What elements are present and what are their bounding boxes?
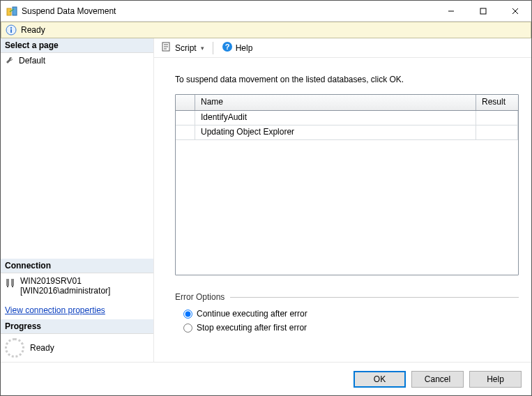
main-content: To suspend data movement on the listed d… <box>154 58 531 362</box>
svg-rect-11 <box>7 286 8 287</box>
radio-stop[interactable]: Stop executing after first error <box>183 323 516 333</box>
svg-text:?: ? <box>225 43 229 51</box>
window-title: Suspend Data Movement <box>22 6 435 16</box>
chevron-down-icon[interactable]: ▾ <box>201 45 204 52</box>
fieldset-divider <box>230 297 519 298</box>
grid-header: Name Result <box>176 95 518 111</box>
help-button[interactable]: Help <box>469 371 522 388</box>
server-name: WIN2019SRV01 <box>20 276 110 286</box>
radio-continue[interactable]: Continue executing after error <box>183 309 516 319</box>
svg-rect-10 <box>11 279 14 286</box>
dialog-footer: OK Cancel Help <box>1 362 531 395</box>
script-icon <box>161 41 172 54</box>
connection-info: WIN2019SRV01 [WIN2016\administrator] <box>1 273 153 298</box>
table-row[interactable]: Updating Object Explorer <box>176 125 518 140</box>
progress-label: Ready <box>30 343 54 353</box>
status-text: Ready <box>21 25 45 35</box>
title-bar: Suspend Data Movement <box>1 1 531 22</box>
script-label: Script <box>175 43 197 53</box>
grid-header-icon <box>176 95 195 110</box>
ok-button[interactable]: OK <box>354 371 406 388</box>
table-row[interactable]: IdentifyAudit <box>176 111 518 125</box>
help-toolbar-button[interactable]: ? Help <box>219 40 256 56</box>
svg-rect-9 <box>6 279 9 286</box>
progress-header: Progress <box>1 319 153 334</box>
radio-stop-input[interactable] <box>183 323 192 333</box>
svg-rect-12 <box>12 286 13 287</box>
svg-rect-1 <box>13 7 17 15</box>
window-controls <box>435 1 531 22</box>
error-options-legend: Error Options <box>175 292 225 302</box>
database-grid: Name Result IdentifyAudit Updating Objec… <box>175 94 519 275</box>
connection-header: Connection <box>1 259 153 273</box>
grid-header-name[interactable]: Name <box>195 95 476 110</box>
progress-section: Ready <box>1 334 153 362</box>
row-name-cell: Updating Object Explorer <box>195 125 476 139</box>
left-panel: Select a page Default Connection <box>1 38 154 362</box>
close-button[interactable] <box>499 1 531 22</box>
row-result-cell <box>476 111 518 125</box>
svg-point-7 <box>10 27 12 29</box>
cancel-button[interactable]: Cancel <box>411 371 464 388</box>
toolbar: Script ▾ ? Help <box>154 38 531 58</box>
minimize-button[interactable] <box>435 1 467 22</box>
dialog-window: Suspend Data Movement Ready Select a pag… <box>0 0 532 396</box>
wrench-icon <box>5 56 15 66</box>
app-icon <box>6 6 17 17</box>
radio-stop-label: Stop executing after first error <box>197 323 307 333</box>
help-label: Help <box>236 43 253 53</box>
row-name-cell: IdentifyAudit <box>195 111 476 125</box>
view-connection-properties-link[interactable]: View connection properties <box>1 298 153 319</box>
select-page-header: Select a page <box>1 38 153 53</box>
info-icon <box>6 24 17 36</box>
radio-continue-input[interactable] <box>183 310 192 319</box>
row-icon-cell <box>176 111 195 125</box>
svg-rect-3 <box>480 8 486 14</box>
page-list: Default <box>1 53 153 68</box>
page-item-default[interactable]: Default <box>5 54 149 67</box>
page-item-label: Default <box>19 56 45 66</box>
svg-rect-8 <box>10 29 12 33</box>
maximize-button[interactable] <box>467 1 499 22</box>
right-panel: Script ▾ ? Help To suspend data movement… <box>154 38 531 362</box>
login-name: [WIN2016\administrator] <box>20 286 110 296</box>
radio-continue-label: Continue executing after error <box>197 309 307 319</box>
dialog-body: Select a page Default Connection <box>1 38 531 362</box>
grid-body: IdentifyAudit Updating Object Explorer <box>176 111 518 275</box>
row-icon-cell <box>176 125 195 139</box>
script-button[interactable]: Script ▾ <box>158 40 207 56</box>
server-icon <box>5 277 16 289</box>
progress-spinner-icon <box>5 338 24 358</box>
instruction-text: To suspend data movement on the listed d… <box>175 75 519 84</box>
status-bar: Ready <box>1 22 531 38</box>
help-icon: ? <box>222 41 233 54</box>
grid-header-result[interactable]: Result <box>476 95 518 110</box>
toolbar-separator <box>213 42 213 54</box>
error-options-group: Error Options Continue executing after e… <box>175 292 519 335</box>
row-result-cell <box>476 125 518 139</box>
